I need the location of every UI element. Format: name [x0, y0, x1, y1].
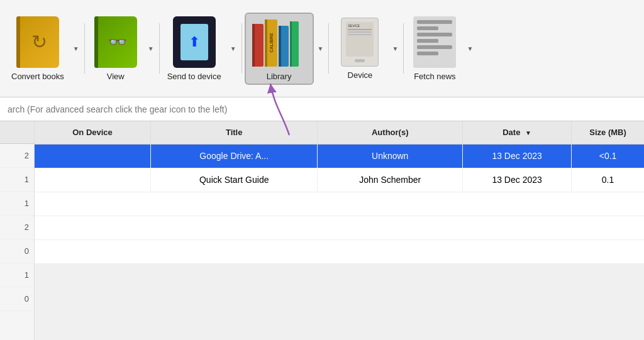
convert-dropdown-arrow[interactable]: ▼ [70, 44, 82, 53]
library-button[interactable]: CALIBRE Library [245, 13, 314, 85]
row-num-2b: 2 [0, 216, 34, 239]
row-num-0b: 0 [0, 287, 34, 311]
toolbar: Convert books ▼ View ▼ ⬆ Send to device … [0, 0, 644, 97]
cell-authors-1: Unknown [318, 144, 463, 168]
row-num-1b: 1 [0, 192, 34, 216]
cell-size-1: <0.1 [572, 144, 644, 168]
svg-rect-3 [265, 19, 267, 67]
news-line-5 [417, 45, 452, 49]
separator-5 [403, 23, 404, 74]
news-line-6 [417, 52, 438, 55]
cell-size-2: 0.1 [572, 168, 644, 192]
send-screen: ⬆ [180, 24, 208, 60]
table-header-row: On Device Title Author(s) Date ▼ Size (M… [35, 121, 644, 144]
row-num-1c: 1 [0, 263, 34, 287]
device-dropdown-arrow[interactable]: ▼ [389, 44, 401, 53]
search-bar [0, 97, 644, 121]
view-icon [94, 16, 137, 68]
separator-3 [242, 23, 242, 74]
fetch-news-button[interactable]: Fetch news [406, 14, 463, 84]
toolbar-group-library: CALIBRE Library ▼ [245, 13, 326, 85]
separator-4 [328, 23, 329, 74]
table-body: Google Drive: A... Unknown 13 Dec 2023 <… [35, 144, 644, 263]
separator-2 [159, 23, 160, 74]
svg-text:CALIBRE: CALIBRE [269, 33, 274, 52]
row-num-2: 2 [0, 144, 34, 168]
device-screen: DEVICE [346, 22, 374, 57]
books-table: On Device Title Author(s) Date ▼ Size (M… [35, 121, 644, 264]
convert-books-button[interactable]: Convert books [6, 14, 69, 84]
view-label: View [107, 72, 125, 81]
row-num-1a: 1 [0, 168, 34, 192]
news-icon [413, 16, 456, 68]
col-header-on-device[interactable]: On Device [35, 121, 151, 144]
library-icon: CALIBRE [251, 16, 308, 68]
cell-on-device-2 [35, 168, 151, 192]
col-header-date[interactable]: Date ▼ [463, 121, 572, 144]
separator-1 [84, 23, 85, 74]
send-dropdown-arrow[interactable]: ▼ [228, 44, 239, 53]
cell-date-2: 13 Dec 2023 [463, 168, 572, 192]
row-num-0a: 0 [0, 239, 34, 263]
news-line-1 [417, 20, 452, 24]
row-num-header [0, 121, 34, 144]
col-header-size[interactable]: Size (MB) [572, 121, 644, 144]
library-label: Library [267, 72, 292, 81]
col-header-title[interactable]: Title [151, 121, 318, 144]
cell-date-1: 13 Dec 2023 [463, 144, 572, 168]
toolbar-group-convert: Convert books ▼ [6, 14, 82, 84]
row-numbers-sidebar: 2 1 1 2 0 1 0 [0, 121, 35, 340]
send-icon: ⬆ [173, 16, 216, 68]
table-row[interactable]: Google Drive: A... Unknown 13 Dec 2023 <… [35, 144, 644, 168]
view-dropdown-arrow[interactable]: ▼ [145, 44, 157, 53]
news-line-4 [417, 39, 438, 43]
view-button[interactable]: View [87, 14, 144, 84]
toolbar-group-view: View ▼ [87, 14, 157, 84]
send-to-device-button[interactable]: ⬆ Send to device [162, 14, 226, 84]
news-line-3 [417, 33, 452, 36]
device-button[interactable]: DEVICE Device [331, 15, 388, 82]
news-label: Fetch news [414, 72, 455, 81]
device-icon: DEVICE [341, 18, 379, 67]
svg-rect-1 [252, 24, 255, 67]
convert-icon [16, 16, 59, 68]
table-row[interactable]: Quick Start Guide John Schember 13 Dec 2… [35, 168, 644, 192]
device-label: Device [348, 70, 373, 80]
table-row-empty [35, 192, 644, 216]
news-line-2 [417, 26, 438, 30]
toolbar-group-device: DEVICE Device ▼ [331, 15, 401, 82]
date-sort-arrow: ▼ [525, 129, 531, 136]
cell-authors-2: John Schember [318, 168, 463, 192]
library-books-svg: CALIBRE [251, 16, 308, 68]
device-button-btn [355, 59, 365, 62]
col-header-authors[interactable]: Author(s) [318, 121, 463, 144]
search-input[interactable] [8, 104, 636, 114]
books-table-wrapper: On Device Title Author(s) Date ▼ Size (M… [35, 121, 644, 340]
news-dropdown-arrow[interactable]: ▼ [464, 44, 475, 53]
cell-title-1: Google Drive: A... [151, 144, 318, 168]
convert-label: Convert books [11, 72, 64, 81]
table-row-empty [35, 239, 644, 263]
svg-rect-7 [290, 21, 292, 67]
library-dropdown-arrow[interactable]: ▼ [315, 44, 326, 53]
table-row-empty [35, 216, 644, 239]
send-label: Send to device [167, 72, 221, 81]
svg-rect-5 [279, 26, 281, 67]
cell-title-2: Quick Start Guide [151, 168, 318, 192]
main-content: 2 1 1 2 0 1 0 On Device Title Author(s) [0, 121, 644, 340]
toolbar-group-send: ⬆ Send to device ▼ [162, 14, 239, 84]
toolbar-group-news: Fetch news ▼ [406, 14, 475, 84]
cell-on-device-1 [35, 144, 151, 168]
